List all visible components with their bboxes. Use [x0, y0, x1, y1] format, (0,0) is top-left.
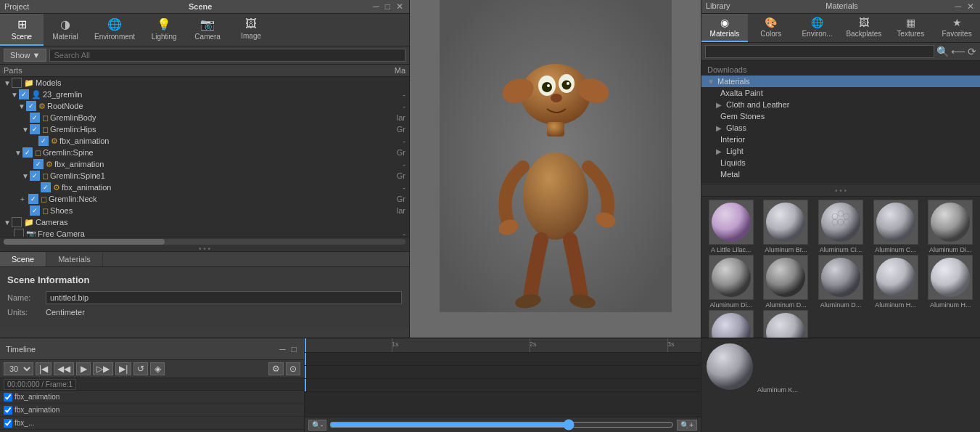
tree-item-gremlinhips[interactable]: ▼ ✓ ◻ Gremlin:Hips Gr — [0, 123, 409, 135]
tree-cloth-leather[interactable]: ▶ Cloth and Leather — [701, 99, 980, 110]
tree-glass[interactable]: ▶ Glass — [701, 122, 980, 134]
tree-liquids[interactable]: Liquids — [701, 157, 980, 168]
track-label-1[interactable]: fbx_animation — [0, 404, 304, 417]
lib-tab-favorites[interactable]: ★ Favorites — [934, 14, 980, 42]
mat-item-al-di1[interactable]: Aluminum Di... — [923, 200, 977, 253]
search-icon-button[interactable]: 🔍 — [936, 46, 949, 57]
tree-item-gremlinspine1[interactable]: ▼ ✓ ◻ Gremlin:Spine1 Gr — [0, 170, 409, 182]
tab-lighting[interactable]: 💡 Lighting — [142, 14, 186, 46]
scene-tree[interactable]: ▼ 📁 Models ▼ ✓ 👤 23_gremlin - ▼ ✓ ⚙ Root… — [0, 77, 409, 237]
lib-tab-materials[interactable]: ◉ Materials — [701, 14, 748, 42]
back-icon-button[interactable]: ⟵ — [951, 46, 965, 57]
tree-item-gremlinneck[interactable]: + ✓ ◻ Gremlin:Neck Gr — [0, 193, 409, 205]
mat-item-al-h2[interactable]: Aluminum H... — [923, 255, 977, 309]
render-button[interactable]: ⊙ — [286, 362, 300, 375]
skip-end-button[interactable]: ▶| — [115, 362, 131, 375]
lib-close-button[interactable]: ✕ — [965, 1, 976, 12]
lib-tab-environments[interactable]: 🌐 Environ... — [794, 14, 841, 42]
tree-item-models[interactable]: ▼ 📁 Models — [0, 77, 409, 89]
tree-item-shoes[interactable]: ✓ ◻ Shoes lar — [0, 205, 409, 216]
prev-frame-button[interactable]: ◀◀ — [54, 362, 74, 375]
zoom-out-button[interactable]: 🔍- — [308, 420, 326, 431]
skip-start-button[interactable]: |◀ — [36, 362, 52, 375]
zoom-in-button[interactable]: 🔍+ — [677, 420, 697, 431]
check-gremlinbody[interactable]: ✓ — [30, 113, 40, 123]
lib-search-input[interactable] — [705, 45, 934, 58]
track-label-0[interactable]: fbx_animation — [0, 391, 304, 404]
check-rootnode[interactable]: ✓ — [26, 101, 36, 111]
check-models[interactable] — [12, 78, 22, 88]
search-input[interactable] — [49, 49, 405, 62]
horizontal-scrollbar[interactable] — [0, 237, 409, 245]
play-selection-button[interactable]: ▷▶ — [93, 362, 113, 375]
play-button[interactable]: ▶ — [76, 362, 91, 375]
loop-button[interactable]: ↺ — [133, 362, 148, 375]
tree-gem-stones[interactable]: Gem Stones — [701, 110, 980, 122]
check-gremlinhips[interactable]: ✓ — [30, 124, 40, 134]
tree-item-rootnode[interactable]: ▼ ✓ ⚙ RootNode - — [0, 100, 409, 112]
tree-item-gremlinspine[interactable]: ▼ ✓ ◻ Gremlin:Spine Gr — [0, 147, 409, 158]
tab-camera[interactable]: 📷 Camera — [186, 14, 229, 46]
tree-item-fbx-anim-3[interactable]: ✓ ⚙ fbx_animation - — [0, 182, 409, 193]
name-input[interactable] — [46, 291, 402, 304]
settings-button[interactable]: ⚙ — [268, 362, 284, 375]
check-shoes[interactable]: ✓ — [30, 205, 40, 216]
check-spine[interactable]: ✓ — [22, 147, 33, 158]
track-check-2[interactable] — [4, 419, 12, 428]
timeline-ruler[interactable]: 1s 2s 3s — [305, 338, 701, 353]
minimize-button[interactable]: ─ — [371, 1, 381, 12]
bottom-tab-materials[interactable]: Materials — [46, 252, 103, 266]
mat-item-al-di2[interactable]: Aluminum Di... — [704, 255, 758, 309]
check-fbx1[interactable]: ✓ — [38, 136, 49, 146]
tab-material[interactable]: ◑ Material — [44, 14, 87, 46]
mat-item-lilac[interactable]: A Little Lilac... — [704, 200, 758, 253]
library-tree[interactable]: Downloads ▼ Materials Axalta Paint ▶ Clo… — [701, 61, 980, 184]
tree-item-fbx-anim-1[interactable]: ✓ ⚙ fbx_animation - — [0, 135, 409, 147]
mat-item-al-br[interactable]: Aluminum Br... — [759, 200, 813, 253]
mat-item-al-k[interactable]: Aluminum K... — [759, 310, 813, 338]
check-cameras[interactable] — [12, 217, 22, 227]
tree-item-cameras[interactable]: ▼ 📁 Cameras — [0, 216, 409, 228]
show-button[interactable]: Show ▼ — [4, 49, 46, 62]
track-label-2[interactable]: fbx_... — [0, 417, 304, 430]
tree-interior[interactable]: Interior — [701, 134, 980, 145]
tab-environment[interactable]: 🌐 Environment — [87, 14, 142, 46]
lib-tab-backplates[interactable]: 🖼 Backplates — [840, 14, 887, 42]
lib-minimize-button[interactable]: ─ — [953, 1, 963, 12]
tree-item-gremlinbody[interactable]: ✓ ◻ GremlinBody lar — [0, 112, 409, 123]
maximize-button[interactable]: □ — [384, 1, 392, 12]
close-button[interactable]: ✕ — [395, 1, 405, 12]
tree-item-free-camera[interactable]: 📷 Free Camera - — [0, 228, 409, 237]
mat-item-al-c[interactable]: Aluminum C... — [869, 200, 923, 253]
mat-item-al-h1[interactable]: Aluminum H... — [869, 255, 923, 309]
tree-item-23-gremlin[interactable]: ▼ ✓ 👤 23_gremlin - — [0, 89, 409, 100]
mat-item-h[interactable]: H... — [704, 310, 758, 338]
mat-item-al-d2[interactable]: Aluminum D... — [814, 255, 868, 309]
lib-tab-colors[interactable]: 🎨 Colors — [748, 14, 794, 42]
timeline-minimize-button[interactable]: ─ — [278, 344, 287, 354]
resize-handle[interactable]: • • • — [0, 245, 409, 251]
tree-light[interactable]: ▶ Light — [701, 145, 980, 157]
timeline-maximize-button[interactable]: □ — [290, 344, 298, 354]
check-neck[interactable]: ✓ — [28, 194, 38, 204]
check-spine1[interactable]: ✓ — [30, 171, 40, 181]
tree-metal[interactable]: Metal — [701, 168, 980, 180]
track-check-0[interactable] — [4, 393, 12, 402]
mat-item-al-ci[interactable]: Aluminum Ci... — [814, 200, 868, 253]
tab-scene[interactable]: ⊞ Scene — [0, 14, 44, 46]
viewport[interactable] — [410, 0, 701, 338]
timeline-tracks-area[interactable] — [305, 353, 701, 417]
forward-icon-button[interactable]: ⟳ — [968, 46, 976, 57]
tree-axalta-paint[interactable]: Axalta Paint — [701, 87, 980, 99]
check-fbx3[interactable]: ✓ — [41, 182, 51, 192]
tab-image[interactable]: 🖼 Image — [229, 14, 273, 46]
lib-tab-textures[interactable]: ▦ Textures — [887, 14, 934, 42]
track-check-1[interactable] — [4, 406, 12, 415]
bottom-tab-scene[interactable]: Scene — [0, 252, 46, 266]
fps-select[interactable]: 30 — [4, 362, 33, 375]
keyframe-button[interactable]: ◈ — [150, 362, 165, 375]
timeline-slider[interactable] — [329, 419, 674, 431]
tree-materials[interactable]: ▼ Materials — [701, 76, 980, 87]
tree-item-fbx-anim-2[interactable]: ✓ ⚙ fbx_animation - — [0, 158, 409, 170]
check-fbx2[interactable]: ✓ — [33, 159, 44, 169]
